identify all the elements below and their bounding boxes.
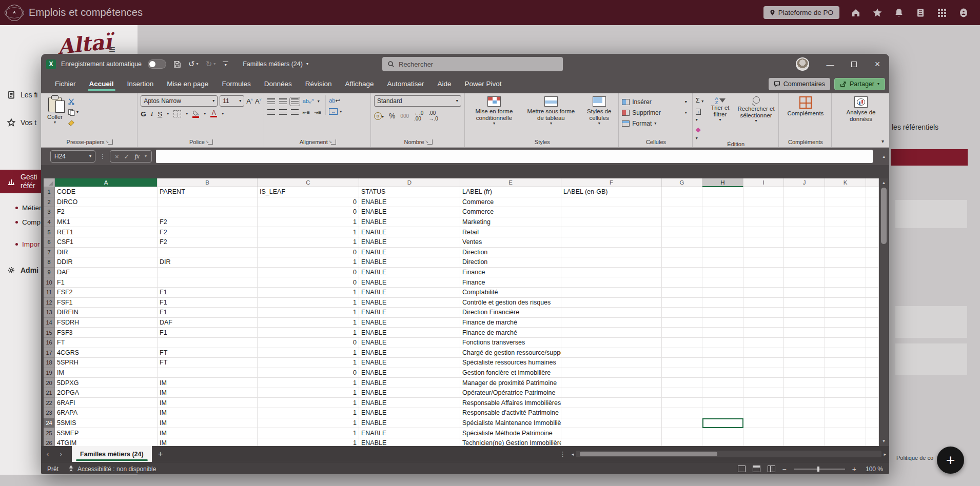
thousands-icon[interactable]: 000	[400, 113, 409, 119]
grid-cell[interactable]: 5DPXG	[55, 378, 158, 388]
next-sheet-icon[interactable]: ›	[54, 450, 68, 458]
grid-cell[interactable]	[743, 348, 784, 358]
insert-cells-button[interactable]: Insérer▾	[622, 96, 690, 107]
row-header-15[interactable]: 15	[44, 328, 55, 338]
grid-cell[interactable]	[825, 277, 866, 288]
grid-cell[interactable]: ENABLE	[359, 378, 460, 388]
sidebar-item-files[interactable]: Les fi	[7, 91, 37, 99]
fill-icon[interactable]: ↓ ▾	[696, 107, 704, 123]
row-header-4[interactable]: 4	[44, 217, 55, 228]
cell-styles-button[interactable]: Styles de cellules▾	[582, 95, 616, 127]
dialog-launcher-icon[interactable]	[108, 139, 113, 145]
page-break-view-icon[interactable]	[768, 465, 775, 472]
grid-cell[interactable]	[866, 227, 879, 237]
grid-cell[interactable]	[743, 318, 784, 328]
orientation-dropdown[interactable]: ▾	[318, 99, 320, 104]
collapse-ribbon-icon[interactable]: ▾	[881, 138, 884, 144]
grid-cell[interactable]	[702, 257, 743, 268]
grid-cell[interactable]	[158, 197, 258, 208]
grid-cell[interactable]: IS_LEAF	[258, 187, 359, 197]
grid-cell[interactable]	[662, 207, 702, 217]
column-header-E[interactable]: E	[460, 178, 561, 187]
grid-cell[interactable]: IM	[158, 428, 258, 438]
cut-button[interactable]	[68, 97, 79, 106]
comments-button[interactable]: Commentaires	[769, 78, 830, 90]
grid-cell[interactable]: LABEL (fr)	[460, 187, 561, 197]
grid-cell[interactable]: 1	[258, 227, 359, 237]
prev-sheet-icon[interactable]: ‹	[41, 450, 54, 458]
grid-cell[interactable]: 4CGRS	[55, 348, 158, 358]
grid-cell[interactable]: Finance de marché	[460, 328, 561, 338]
grid-cell[interactable]: ENABLE	[359, 338, 460, 348]
increase-decimal-icon[interactable]: ←.0.00	[414, 110, 423, 121]
grid-cell[interactable]: 1	[258, 418, 359, 429]
grid-cell[interactable]	[702, 398, 743, 408]
add-sheet-button[interactable]: +	[152, 450, 169, 459]
grid-cell[interactable]: 1	[258, 438, 359, 446]
grid-cell[interactable]: DIR	[55, 248, 158, 258]
grid-cell[interactable]	[561, 227, 662, 237]
clear-icon[interactable]: ◆ ▾	[696, 126, 704, 141]
grid-cell[interactable]	[702, 368, 743, 378]
grid-cell[interactable]	[561, 328, 662, 338]
grid-cell[interactable]: ENABLE	[359, 257, 460, 268]
ribbon-tab-insertion[interactable]: Insertion	[121, 75, 161, 92]
grid-cell[interactable]: Spécialiste ressources humaines	[460, 358, 561, 368]
grid-cell[interactable]: F1	[158, 308, 258, 318]
row-header-7[interactable]: 7	[44, 248, 55, 258]
grid-cell[interactable]	[743, 268, 784, 278]
underline-button[interactable]: S	[158, 110, 162, 118]
zoom-out-icon[interactable]: −	[782, 465, 787, 473]
grid-cell[interactable]: 0	[258, 338, 359, 348]
grid-cell[interactable]	[662, 197, 702, 208]
row-header-12[interactable]: 12	[44, 298, 55, 308]
accessibility-status[interactable]: Accessibilité : non disponible	[68, 465, 156, 473]
grid-cell[interactable]	[825, 227, 866, 237]
vertical-scroll-thumb[interactable]	[881, 188, 887, 244]
grid-cell[interactable]	[662, 428, 702, 438]
grid-cell[interactable]: F2	[158, 237, 258, 248]
zoom-slider[interactable]	[794, 469, 845, 470]
grid-cell[interactable]	[825, 288, 866, 298]
fill-color-dropdown[interactable]: ▾	[204, 112, 206, 116]
grid-cell[interactable]: Contrôle et gestion des risques	[460, 298, 561, 308]
grid-cell[interactable]: ENABLE	[359, 318, 460, 328]
grid-cell[interactable]	[743, 338, 784, 348]
row-header-24[interactable]: 24	[44, 418, 55, 429]
grid-cell[interactable]	[784, 348, 825, 358]
grid-cell[interactable]	[866, 338, 879, 348]
grid-cell[interactable]: Direction Financière	[460, 308, 561, 318]
row-header-20[interactable]: 20	[44, 378, 55, 388]
grid-cell[interactable]: F2	[158, 227, 258, 237]
grid-cell[interactable]	[743, 217, 784, 228]
home-icon[interactable]	[851, 8, 861, 18]
grid-cell[interactable]	[784, 257, 825, 268]
grid-cell[interactable]	[662, 348, 702, 358]
grid-cell[interactable]	[662, 187, 702, 197]
column-header-partial[interactable]	[866, 178, 879, 187]
grid-cell[interactable]	[561, 338, 662, 348]
column-header-J[interactable]: J	[784, 178, 825, 187]
sidebar-subitem-metier[interactable]: Métier	[15, 204, 42, 212]
grid-cell[interactable]: 5SMEP	[55, 428, 158, 438]
grid-cell[interactable]	[784, 408, 825, 418]
grid-cell[interactable]: 1	[258, 328, 359, 338]
ribbon-tab-automatiser[interactable]: Automatiser	[381, 75, 431, 92]
grid-cell[interactable]: DIR	[158, 257, 258, 268]
grid-cell[interactable]	[825, 368, 866, 378]
grid-cell[interactable]: IM	[158, 438, 258, 446]
grid-cell[interactable]: F2	[158, 217, 258, 228]
cookie-policy-link[interactable]: Politique de co	[896, 455, 933, 461]
grid-cell[interactable]	[866, 418, 879, 429]
grid-cell[interactable]: Spécialiste Méthode Patrimoine	[460, 428, 561, 438]
zoom-in-icon[interactable]: +	[852, 465, 856, 473]
redo-button[interactable]: ↻▾	[206, 59, 216, 69]
grid-cell[interactable]	[561, 378, 662, 388]
grid-cell[interactable]	[561, 217, 662, 228]
grid-cell[interactable]	[702, 438, 743, 446]
grid-cell[interactable]: DAF	[55, 268, 158, 278]
grid-cell[interactable]	[662, 257, 702, 268]
cancel-formula-icon[interactable]: ×	[115, 153, 119, 160]
ribbon-tab-aide[interactable]: Aide	[431, 75, 458, 92]
row-header-8[interactable]: 8	[44, 257, 55, 268]
